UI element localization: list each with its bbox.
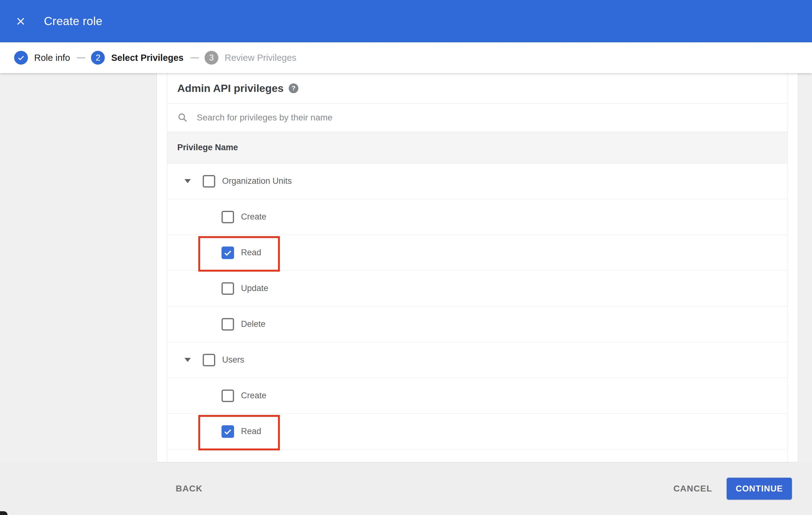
panel-heading-row: Admin API privileges ?	[167, 73, 787, 103]
highlight-annotation-box	[198, 236, 280, 272]
column-header-privilege-name: Privilege Name	[167, 132, 787, 163]
checkbox-ou-read[interactable]	[222, 246, 234, 259]
privilege-label: Read	[241, 248, 261, 258]
step-separator	[191, 57, 199, 58]
search-row	[167, 103, 787, 132]
search-input[interactable]	[197, 113, 667, 123]
row-users: Users	[167, 342, 787, 378]
privilege-label: Read	[241, 427, 261, 436]
continue-button[interactable]: CONTINUE	[727, 478, 792, 499]
privileges-panel: Admin API privileges ? Privilege Name Or…	[156, 73, 798, 462]
privilege-label: Update	[241, 283, 268, 293]
row-organization-units: Organization Units	[167, 163, 787, 199]
checkbox-users-read[interactable]	[222, 425, 234, 438]
row-users-read: Read	[167, 414, 787, 450]
row-ou-read: Read	[167, 235, 787, 271]
row-ou-update: Update	[167, 271, 787, 306]
row-ou-create: Create	[167, 199, 787, 235]
privilege-label: Create	[241, 391, 266, 400]
step-review-privileges: 3 Review Privileges	[205, 51, 296, 65]
step-separator	[77, 57, 85, 58]
collapse-arrow-icon[interactable]	[184, 179, 191, 183]
privilege-label: Delete	[241, 319, 265, 329]
checkbox-users-create[interactable]	[222, 390, 234, 402]
step-label: Role info	[34, 53, 70, 63]
back-button[interactable]: BACK	[176, 484, 203, 494]
step-completed-check-icon	[14, 51, 28, 65]
privilege-label: Create	[241, 212, 266, 222]
dialog-header: Create role	[0, 0, 812, 42]
search-icon	[177, 112, 188, 123]
privilege-label: Users	[222, 355, 244, 365]
row-ou-delete: Delete	[167, 306, 787, 342]
checkbox-users[interactable]	[203, 354, 215, 366]
step-number-badge: 2	[91, 51, 105, 65]
step-label: Select Privileges	[111, 53, 183, 63]
checkbox-organization-units[interactable]	[203, 175, 215, 187]
help-icon[interactable]: ?	[289, 84, 298, 93]
wizard-stepper: Role info 2 Select Privileges 3 Review P…	[0, 42, 812, 73]
privilege-label: Organization Units	[222, 176, 292, 186]
row-users-create: Create	[167, 378, 787, 414]
checkbox-ou-update[interactable]	[222, 282, 234, 295]
action-bar: BACK CANCEL CONTINUE	[0, 462, 812, 515]
highlight-annotation-box	[198, 415, 280, 450]
panel-heading: Admin API privileges	[177, 82, 284, 94]
footer-right-actions: CANCEL CONTINUE	[673, 478, 792, 499]
step-number-badge: 3	[205, 51, 219, 65]
step-role-info[interactable]: Role info	[14, 51, 70, 65]
collapse-arrow-icon[interactable]	[184, 358, 191, 362]
checkbox-ou-create[interactable]	[222, 211, 234, 223]
cancel-button[interactable]: CANCEL	[673, 484, 712, 494]
close-icon[interactable]	[14, 14, 28, 28]
step-label: Review Privileges	[225, 53, 296, 63]
page-title: Create role	[44, 15, 102, 28]
step-select-privileges[interactable]: 2 Select Privileges	[91, 51, 183, 65]
privileges-table: Admin API privileges ? Privilege Name Or…	[167, 73, 788, 462]
close-icon-glyph	[15, 16, 27, 27]
row-partially-visible	[167, 450, 787, 462]
checkbox-ou-delete[interactable]	[222, 318, 234, 331]
